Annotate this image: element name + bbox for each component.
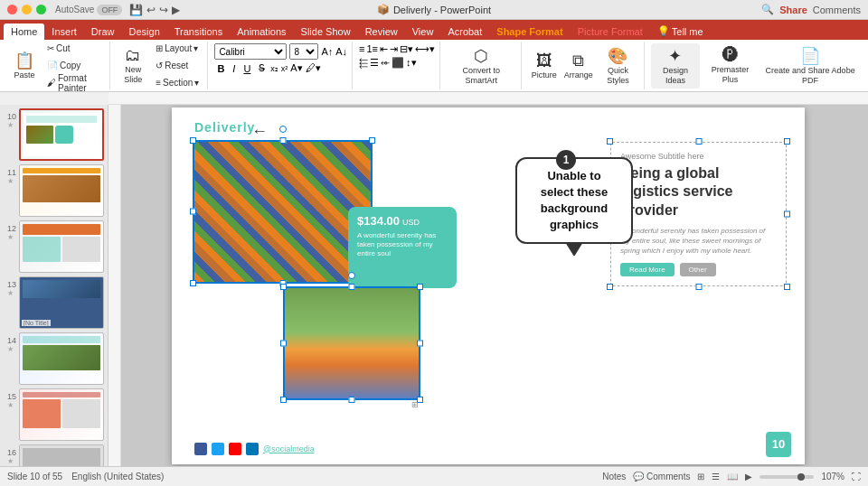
font-decrease-button[interactable]: A↓ <box>335 46 347 57</box>
text-direction-button[interactable]: ⟷▾ <box>415 43 435 55</box>
comments-status-button[interactable]: 💬 Comments <box>633 472 690 481</box>
crop-icon[interactable]: ⊞ <box>411 400 419 409</box>
tab-view[interactable]: View <box>405 23 441 40</box>
increase-indent-button[interactable]: ⇥ <box>390 43 398 55</box>
handle-del-bl[interactable] <box>280 397 287 403</box>
notes-button[interactable]: Notes <box>602 472 626 481</box>
slide-thumbnail-16[interactable] <box>19 444 104 466</box>
create-share-adobe-button[interactable]: 📄 Create and Share Adobe PDF <box>760 43 860 89</box>
tab-transitions[interactable]: Transitions <box>167 23 230 40</box>
slide-thumb-10[interactable]: 10 ★ <box>4 108 104 161</box>
tab-shape-format[interactable]: Shape Format <box>489 23 570 40</box>
slide-thumb-11[interactable]: 11 ★ <box>4 164 104 217</box>
decrease-indent-button[interactable]: ⇤ <box>380 43 388 55</box>
slide-thumbnail-11[interactable] <box>19 164 104 217</box>
font-size-select[interactable]: 8 <box>289 43 318 60</box>
slide-thumb-16[interactable]: 16 ★ <box>4 444 104 466</box>
slide-thumbnail-15[interactable] <box>19 388 104 441</box>
columns-button[interactable]: ⊟▾ <box>400 43 413 55</box>
twitter-icon[interactable] <box>212 443 224 455</box>
picture-button[interactable]: 🖼 Picture <box>528 43 561 89</box>
subscript-button[interactable]: x₂ <box>270 64 278 73</box>
bold-button[interactable]: B <box>214 62 227 75</box>
tab-draw[interactable]: Draw <box>84 23 122 40</box>
handle-rp-br[interactable] <box>784 284 790 290</box>
tab-review[interactable]: Review <box>358 23 405 40</box>
slide-thumbnail-10[interactable] <box>19 108 104 161</box>
rotate-handle[interactable] <box>279 126 287 133</box>
redo-icon[interactable]: ↪ <box>159 4 168 16</box>
close-button[interactable] <box>7 5 17 14</box>
share-button[interactable]: Share <box>779 5 807 15</box>
slide-thumb-14[interactable]: 14 ★ <box>4 332 104 385</box>
slideshow-view-button[interactable]: ▶ <box>745 472 752 481</box>
handle-rp-mr[interactable] <box>784 210 790 217</box>
quick-access-toolbar[interactable]: 💾 ↩ ↪ ▶ <box>129 4 180 16</box>
slide-thumbnail-14[interactable] <box>19 332 104 385</box>
handle-tm[interactable] <box>279 137 286 144</box>
numbering-button[interactable]: 1≡ <box>366 43 378 55</box>
line-spacing-button[interactable]: ↕▾ <box>406 57 417 69</box>
youtube-icon[interactable] <box>229 443 241 455</box>
right-panel[interactable]: Awesome Subtitle here Being a global log… <box>610 142 787 287</box>
font-increase-button[interactable]: A↑ <box>321 46 333 57</box>
fit-slide-button[interactable]: ⛶ <box>852 472 861 481</box>
linkedin-icon[interactable] <box>246 443 259 455</box>
zoom-slider[interactable] <box>760 475 814 479</box>
underline-button[interactable]: U <box>241 62 253 75</box>
slide-thumbnail-13[interactable]: [No Title] <box>19 276 104 329</box>
handle-del-tr[interactable] <box>417 284 423 290</box>
handle-rp-tr[interactable] <box>784 138 790 145</box>
canvas-area[interactable]: Deliverly ← <box>108 105 868 466</box>
undo-icon[interactable]: ↩ <box>146 4 156 16</box>
tab-tell-me[interactable]: 💡 Tell me <box>650 23 711 40</box>
other-button[interactable]: Other <box>680 263 716 276</box>
cargo-image-container[interactable] <box>194 142 371 282</box>
format-painter-button[interactable]: 🖌 Format Painter <box>43 75 105 91</box>
new-slide-button[interactable]: 🗂 New Slide <box>117 43 149 89</box>
maximize-button[interactable] <box>36 5 46 14</box>
handle-del-bm[interactable] <box>349 397 355 403</box>
font-color-button[interactable]: A▾ <box>290 62 302 74</box>
handle-rp-tl[interactable] <box>607 138 613 145</box>
handle-del-mr[interactable] <box>417 340 423 346</box>
slide-thumb-12[interactable]: 12 ★ <box>4 220 104 273</box>
convert-smartart-button[interactable]: ⬡ Convert to SmartArt <box>447 43 516 89</box>
paste-button[interactable]: 📋 Paste <box>8 43 41 89</box>
handle-del-tl[interactable] <box>280 284 287 290</box>
copy-button[interactable]: 📄 Copy <box>43 58 105 74</box>
handle-tr[interactable] <box>369 137 375 144</box>
read-more-button[interactable]: Read More <box>620 263 675 276</box>
autosave-toggle[interactable]: OFF <box>97 5 122 15</box>
handle-rp-tm[interactable] <box>695 138 702 145</box>
handle-rp-bl[interactable] <box>607 284 613 290</box>
handle-ml[interactable] <box>190 209 196 215</box>
window-controls[interactable] <box>7 5 46 14</box>
normal-view-button[interactable]: ⊞ <box>697 472 704 481</box>
align-center-button[interactable]: ☰ <box>370 57 379 69</box>
tab-insert[interactable]: Insert <box>44 23 84 40</box>
reset-button[interactable]: ↺ Reset <box>152 58 203 74</box>
comments-button[interactable]: Comments <box>813 5 861 15</box>
tab-picture-format[interactable]: Picture Format <box>571 23 650 40</box>
tab-home[interactable]: Home <box>4 23 44 40</box>
text-highlight-button[interactable]: 🖊▾ <box>306 62 321 74</box>
handle-tl[interactable] <box>190 137 196 144</box>
tab-slideshow[interactable]: Slide Show <box>294 23 358 40</box>
design-ideas-button[interactable]: ✦ Design Ideas <box>651 43 700 89</box>
tab-animations[interactable]: Animations <box>230 23 293 40</box>
cut-button[interactable]: ✂ Cut <box>43 41 105 57</box>
align-left-button[interactable]: ⬱ <box>359 57 368 69</box>
handle-bl[interactable] <box>190 280 196 286</box>
rotate-handle-delivery[interactable] <box>348 272 355 279</box>
tab-acrobat[interactable]: Acrobat <box>440 23 489 40</box>
bullets-button[interactable]: ≡ <box>359 43 364 55</box>
layout-button[interactable]: ⊞ Layout ▾ <box>152 41 203 57</box>
quick-styles-button[interactable]: 🎨 Quick Styles <box>597 43 639 89</box>
zoom-thumb[interactable] <box>797 473 805 481</box>
save-icon[interactable]: 💾 <box>129 4 143 16</box>
present-icon[interactable]: ▶ <box>172 4 180 16</box>
facebook-icon[interactable] <box>194 443 207 455</box>
premaster-plus-button[interactable]: 🅟 Premaster Plus <box>703 43 758 89</box>
italic-button[interactable]: I <box>230 62 238 75</box>
